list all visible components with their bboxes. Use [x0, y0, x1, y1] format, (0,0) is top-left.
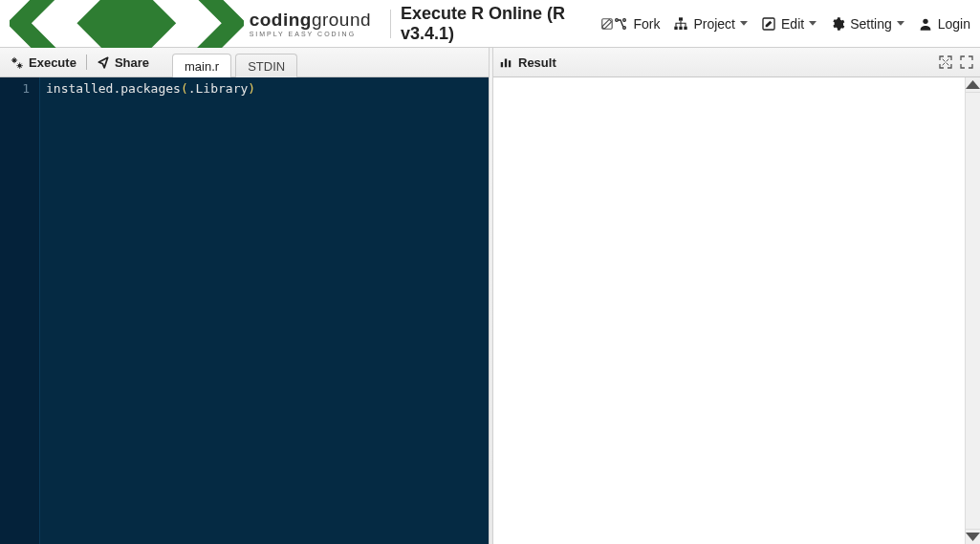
page-title: Execute R Online (R v3.4.1) — [401, 4, 613, 44]
editor-tabs: main.r STDIN — [172, 48, 301, 76]
svg-rect-16 — [509, 60, 511, 67]
share-label: Share — [115, 55, 149, 70]
result-heading: Result — [499, 55, 556, 70]
edit-dropdown[interactable]: Edit — [761, 16, 817, 32]
top-actions: Fork Project — [613, 16, 970, 32]
execute-label: Execute — [29, 55, 76, 70]
caret-down-icon — [897, 21, 904, 26]
main: Execute Share main.r STDIN — [0, 48, 980, 544]
tab-label: STDIN — [248, 59, 285, 74]
output-toolbar: Result — [493, 48, 980, 77]
scroll-down-arrow[interactable] — [966, 529, 980, 544]
svg-point-5 — [623, 26, 626, 29]
svg-rect-7 — [675, 26, 678, 29]
edit-icon — [761, 16, 776, 32]
brand-name-a: coding — [250, 10, 312, 30]
brand-tagline: SIMPLY EASY CODING — [250, 31, 371, 37]
line-number: 1 — [0, 80, 30, 97]
svg-rect-8 — [680, 26, 683, 29]
code-paren-close: ) — [248, 81, 255, 96]
output-panel: Result — [493, 48, 980, 544]
gear-icon — [830, 16, 845, 32]
share-icon — [97, 55, 110, 69]
fork-button[interactable]: Fork — [613, 16, 660, 32]
tab-label: main.r — [185, 59, 219, 74]
user-icon — [918, 16, 933, 32]
editor-code[interactable]: installed.packages(.Library) — [40, 77, 489, 544]
output-area-wrap — [493, 77, 980, 544]
header: codingground SIMPLY EASY CODING Execute … — [0, 0, 980, 48]
svg-rect-14 — [501, 62, 503, 67]
fullscreen-icon[interactable] — [959, 54, 974, 70]
fork-label: Fork — [633, 16, 660, 32]
result-label-text: Result — [518, 55, 556, 70]
edit-title-icon[interactable] — [600, 16, 614, 32]
setting-label: Setting — [850, 16, 892, 32]
execute-button[interactable]: Execute — [4, 48, 82, 76]
share-button[interactable]: Share — [91, 48, 155, 76]
cogs-icon — [10, 55, 24, 70]
bar-chart-icon — [499, 55, 512, 69]
code-arg: .Library — [188, 81, 249, 96]
caret-down-icon — [740, 21, 748, 26]
scroll-up-arrow[interactable] — [966, 77, 980, 93]
setting-dropdown[interactable]: Setting — [830, 16, 904, 32]
toolbar-separator — [86, 54, 87, 70]
editor-toolbar: Execute Share main.r STDIN — [0, 48, 489, 77]
svg-point-11 — [923, 18, 927, 23]
editor-gutter: 1 — [0, 77, 40, 544]
code-fn: installed.packages — [46, 81, 181, 96]
editor-panel: Execute Share main.r STDIN — [0, 48, 489, 544]
brand-logo-text: codingground SIMPLY EASY CODING — [250, 11, 371, 37]
output-scrollbar[interactable] — [965, 77, 980, 544]
header-divider — [390, 10, 391, 38]
code-editor[interactable]: 1 installed.packages(.Library) — [0, 77, 489, 544]
output-toolbar-icons — [938, 54, 974, 70]
project-label: Project — [693, 16, 735, 32]
edit-label: Edit — [781, 16, 804, 32]
login-button[interactable]: Login — [918, 16, 970, 32]
svg-point-3 — [616, 18, 619, 21]
svg-point-4 — [623, 18, 626, 21]
fork-icon — [613, 16, 628, 32]
svg-rect-9 — [685, 26, 687, 29]
sitemap-icon — [673, 16, 688, 32]
login-label: Login — [938, 16, 970, 32]
code-paren-open: ( — [181, 81, 188, 96]
svg-rect-6 — [679, 17, 683, 20]
brand-name-b: ground — [312, 10, 371, 30]
tab-main-r[interactable]: main.r — [172, 54, 231, 77]
svg-rect-15 — [505, 59, 507, 68]
output-area[interactable] — [493, 77, 965, 544]
page-title-text: Execute R Online (R v3.4.1) — [401, 4, 595, 44]
project-dropdown[interactable]: Project — [673, 16, 748, 32]
collapse-icon[interactable] — [938, 54, 953, 70]
tab-stdin[interactable]: STDIN — [235, 54, 297, 77]
caret-down-icon — [809, 21, 817, 26]
